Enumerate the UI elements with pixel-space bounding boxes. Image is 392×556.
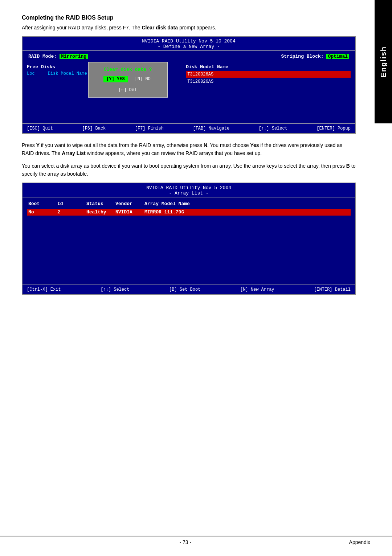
page-number: - 73 -: [22, 539, 349, 545]
clear-disk-dialog: Clear disk data ? [Y] YES [N] NO [←] Del: [88, 62, 168, 98]
bios1-footer-esc: [ESC] Quit: [27, 126, 53, 131]
col-vendor: Vendor: [114, 201, 143, 207]
bios1-disk-row1: T3120026AS: [186, 71, 351, 78]
bios2-footer-detail: [ENTER] Detail: [314, 287, 351, 292]
bios1-disk-right-label: Disk Model Name: [186, 64, 351, 70]
english-tab: English: [375, 0, 392, 123]
intro-text: After assigning your RAID array disks, p…: [22, 24, 356, 32]
body-para2: You can select a disk array as boot devi…: [22, 162, 356, 178]
bios1-footer-f6: [F6] Back: [82, 126, 106, 131]
col-id: Id: [56, 201, 85, 207]
row1-array: MIRROR 111.79G: [143, 209, 216, 216]
row1-status: Healthy: [85, 209, 114, 216]
bios2-footer-new: [N] New Array: [240, 287, 274, 292]
col-array: Array Model Name: [143, 201, 216, 207]
bios1-footer-f7: [F7] Finish: [135, 126, 164, 131]
appendix-label: Appendix: [349, 539, 370, 545]
bios2-footer: [Ctrl-X] Exit [↑↓] Select [B] Set Boot […: [23, 285, 355, 294]
bios1-striping: Striping Block: Optimal: [281, 54, 349, 59]
bios2-title: NVIDIA RAID Utility Nov 5 2004 - Array L…: [23, 183, 355, 197]
dialog-no[interactable]: [N] NO: [134, 76, 152, 82]
bios1-right-col: Disk Model Name T3120026AS T3120026AS: [182, 64, 351, 85]
bios1-raid-mode: RAID Mode: Mirroring: [28, 54, 88, 59]
dialog-options: [Y] YES [N] NO: [96, 76, 160, 82]
bios2-footer-ctrlx: [Ctrl-X] Exit: [27, 287, 61, 292]
col-status: Status: [85, 201, 114, 207]
bios1-footer: [ESC] Quit [F6] Back [F7] Finish [TAB] N…: [23, 123, 355, 133]
bios1-body: RAID Mode: Mirroring Striping Block: Opt…: [23, 51, 355, 123]
bios-screen-2: NVIDIA RAID Utility Nov 5 2004 - Array L…: [22, 183, 356, 295]
row1-boot: No: [27, 209, 56, 216]
bios1-columns: Free Disks Loc Disk Model Name Clear dis…: [27, 64, 351, 85]
page-footer: - 73 - Appendix: [0, 536, 392, 545]
bios1-footer-tab: [TAB] Navigate: [193, 126, 229, 131]
bios2-col-headers: Boot Id Status Vendor Array Model Name: [27, 201, 351, 207]
bios1-disk-row2: T3120026AS: [186, 78, 351, 85]
bios1-footer-select: [↑↓] Select: [259, 126, 287, 131]
main-content: Completing the RAID BIOS Setup After ass…: [0, 0, 392, 317]
bios-screen-1: NVIDIA RAID Utility Nov 5 10 2004 - Defi…: [22, 36, 356, 134]
dialog-yes[interactable]: [Y] YES: [103, 76, 127, 82]
bios2-footer-boot: [B] Set Boot: [169, 287, 200, 292]
english-label: English: [379, 46, 388, 77]
bios1-mode-row: RAID Mode: Mirroring Striping Block: Opt…: [27, 54, 351, 59]
bios1-title: NVIDIA RAID Utility Nov 5 10 2004 - Defi…: [23, 37, 355, 51]
bios2-footer-select: [↑↓] Select: [101, 287, 129, 292]
bios2-body: Boot Id Status Vendor Array Model Name N…: [23, 197, 355, 285]
body-para1: Press Y if you want to wipe out all the …: [22, 141, 356, 158]
bios2-data-row1: No 2 Healthy NVIDIA MIRROR 111.79G: [27, 209, 351, 216]
bios1-left-col: Free Disks Loc Disk Model Name Clear dis…: [27, 64, 182, 85]
col-boot: Boot: [27, 201, 56, 207]
row1-vendor: NVIDIA: [114, 209, 143, 216]
dialog-title: Clear disk data ?: [96, 67, 160, 72]
dialog-del: [←] Del: [96, 87, 160, 93]
row1-id: 2: [56, 209, 85, 216]
bios1-footer-enter: [ENTER] Popup: [317, 126, 351, 131]
section-heading: Completing the RAID BIOS Setup: [22, 15, 356, 21]
